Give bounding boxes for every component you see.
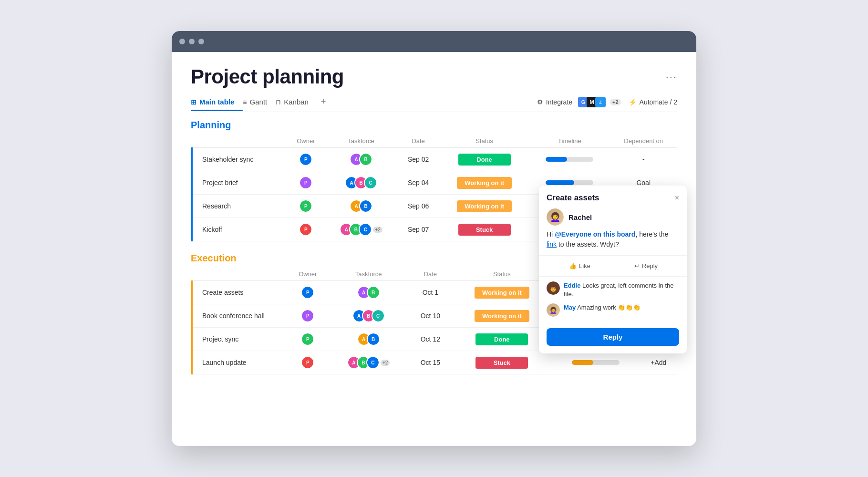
owner-cell: P [287,171,325,195]
reply-list: 👨 Eddie Looks great, left comments in th… [539,277,687,326]
col-status-ex: Status [452,268,552,281]
browser-bar [172,31,696,52]
task-name-cell[interactable]: Project brief [192,171,287,195]
automate-action[interactable]: ⚡ Automate / 2 [629,98,677,106]
status-cell[interactable]: Working on it [452,281,552,304]
col-timeline: Timeline [529,135,610,148]
timeline-cell [552,351,640,374]
reply-content-1: Eddie Looks great, left comments in the … [564,281,679,299]
col-task-ex [192,268,287,281]
integrate-action[interactable]: ⚙ Integrate G M Z +2 [537,97,621,107]
col-status: Status [439,135,530,148]
dep-add-cell[interactable]: +Add [640,351,677,374]
page-header: Project planning ··· [191,52,677,92]
status-cell[interactable]: Stuck [452,351,552,374]
browser-dot-1 [179,39,185,44]
reply-avatar-eddie: 👨 [547,281,560,295]
browser-content: 👩 👨 👩‍🦱 Project planning ··· ⊞ Main tabl… [172,52,696,446]
col-date: Date [397,135,439,148]
browser-dot-2 [189,39,195,44]
comment-actions: 👍 Like ↩ Reply [539,256,687,277]
task-name-cell[interactable]: Project sync [192,328,287,351]
col-date-ex: Date [409,268,452,281]
status-cell[interactable]: Done [439,148,530,171]
reply-text-2: Amazing work 👏👏👏 [577,304,641,311]
date-cell: Sep 04 [397,171,439,195]
dependent-cell[interactable]: - [610,148,677,171]
date-cell: Oct 12 [409,328,452,351]
tab-main-table[interactable]: ⊞ Main table [191,93,243,111]
integration-badge: +2 [610,99,621,105]
task-name-cell[interactable]: Book conference hall [192,304,287,328]
tab-gantt-label: Gantt [250,98,268,106]
table-icon: ⊞ [191,98,196,106]
tab-main-table-label: Main table [199,98,234,106]
comment-username: Rachel [568,213,592,221]
planning-header-row: Owner Taskforce Date Status Timeline Dep… [192,135,677,148]
date-cell: Oct 15 [409,351,452,374]
task-name-cell[interactable]: Launch update [192,351,287,374]
col-taskforce: Taskforce [325,135,398,148]
owner-cell: P [287,148,325,171]
reply-item-2: 👩‍🦱 May Amazing work 👏👏👏 [547,303,679,317]
date-cell: Sep 02 [397,148,439,171]
task-name-cell[interactable]: Research [192,195,287,218]
task-name-cell[interactable]: Create assets [192,281,287,304]
status-cell[interactable]: Working on it [439,195,530,218]
tab-kanban[interactable]: ⊓ Kanban [276,93,317,111]
col-task [192,135,287,148]
col-taskforce-ex: Taskforce [329,268,409,281]
comment-avatar: 👩‍🦱 [547,208,564,226]
comment-user-row: 👩‍🦱 Rachel [547,208,679,226]
tabs-left: ⊞ Main table ≡ Gantt ⊓ Kanban + [191,92,330,112]
taskforce-cell: AB [325,195,398,218]
automate-label: Automate / 2 [640,98,677,106]
tabs-right: ⚙ Integrate G M Z +2 ⚡ Automate / 2 [537,97,677,107]
tabs-bar: ⊞ Main table ≡ Gantt ⊓ Kanban + ⚙ Integr… [191,92,677,112]
popup-close-button[interactable]: × [675,194,679,202]
table-row: Launch update P ABC+2 Oct 15 Stuck +Add [192,351,677,374]
add-tab-button[interactable]: + [317,92,330,112]
popup-header: Create assets × [539,186,687,203]
integrate-icon: ⚙ [537,98,543,106]
taskforce-cell: ABC+2 [325,218,398,241]
reply-item-1: 👨 Eddie Looks great, left comments in th… [547,281,679,299]
tab-kanban-label: Kanban [284,98,309,106]
col-owner-ex: Owner [287,268,329,281]
owner-cell: P [287,195,325,218]
timeline-cell [529,148,610,171]
automate-icon: ⚡ [629,98,637,106]
taskforce-cell: AB [329,328,409,351]
task-name-cell[interactable]: Stakeholder sync [192,148,287,171]
date-cell: Oct 1 [409,281,452,304]
tab-gantt[interactable]: ≡ Gantt [243,93,276,111]
reply-text-1: Looks great, left comments in the file. [564,282,674,298]
table-row: Stakeholder sync P AB Sep 02 Done - [192,148,677,171]
reply-name-1: Eddie [564,282,580,289]
owner-cell: P [287,218,325,241]
comment-link[interactable]: link [547,240,557,248]
browser-window: 👩 👨 👩‍🦱 Project planning ··· ⊞ Main tabl… [172,31,696,446]
reply-avatar-may: 👩‍🦱 [547,303,560,317]
status-cell[interactable]: Done [452,328,552,351]
reply-action-label: Reply [642,262,658,270]
reply-action-button[interactable]: ↩ Reply [613,259,679,272]
like-button[interactable]: 👍 Like [547,259,613,272]
taskforce-cell: AB [325,148,398,171]
status-cell[interactable]: Working on it [439,171,530,195]
header-menu-button[interactable]: ··· [666,65,677,83]
comment-text: Hi @Everyone on this board, here's the l… [547,229,679,249]
reply-icon: ↩ [634,262,640,270]
taskforce-cell: ABC [329,304,409,328]
reply-button[interactable]: Reply [547,328,679,346]
like-label: Like [579,262,590,270]
page-title: Project planning [191,65,344,88]
status-cell[interactable]: Stuck [439,218,530,241]
comment-mention: @Everyone on this board [555,230,635,238]
kanban-icon: ⊓ [276,98,281,106]
task-name-cell[interactable]: Kickoff [192,218,287,241]
reply-content-2: May Amazing work 👏👏👏 [564,303,641,312]
col-dependent: Dependent on [610,135,677,148]
status-cell[interactable]: Working on it [452,304,552,328]
gantt-icon: ≡ [243,98,247,106]
